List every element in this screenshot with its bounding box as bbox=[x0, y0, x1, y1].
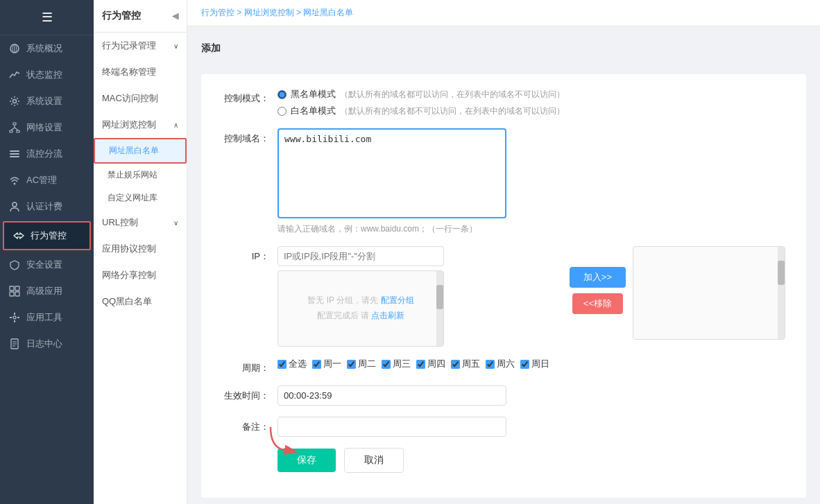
svg-rect-11 bbox=[10, 153, 19, 155]
remark-input[interactable] bbox=[277, 417, 506, 437]
sidebar-item-network-settings[interactable]: 网络设置 bbox=[0, 114, 94, 141]
sidebar-item-system-overview[interactable]: 系统概况 bbox=[0, 35, 94, 62]
second-sidebar-url-control[interactable]: URL控制 ∨ bbox=[94, 209, 187, 236]
user-icon bbox=[8, 200, 21, 213]
ip-config-link[interactable]: 配置分组 bbox=[381, 295, 414, 305]
second-sidebar: 行为管控 ◀ 行为记录管理 ∨ 终端名称管理 MAC访问控制 网址浏览控制 ∧ … bbox=[94, 0, 187, 504]
checkbox-all[interactable]: 全选 bbox=[277, 358, 307, 370]
sidebar-header[interactable]: ☰ bbox=[0, 0, 94, 35]
time-row: 生效时间： bbox=[222, 385, 785, 406]
sidebar-item-label: 系统设置 bbox=[26, 95, 62, 107]
radio-white-mode[interactable]: 白名单模式 （默认所有的域名都不可以访问，在列表中的域名可以访问） bbox=[277, 105, 785, 117]
action-row: 保存 取消 bbox=[222, 448, 785, 473]
time-input[interactable] bbox=[277, 385, 506, 406]
hamburger-icon[interactable]: ☰ bbox=[42, 10, 53, 25]
checkbox-thu-input[interactable] bbox=[416, 360, 425, 369]
btn-col: 加入>> <<移除 bbox=[570, 246, 626, 314]
white-mode-radio[interactable] bbox=[277, 107, 287, 116]
second-sidebar-qq-blacklist[interactable]: QQ黑白名单 bbox=[94, 288, 187, 315]
checkbox-mon[interactable]: 周一 bbox=[312, 358, 341, 370]
checkbox-fri-input[interactable] bbox=[451, 360, 460, 369]
shield-icon bbox=[8, 259, 21, 271]
second-sidebar-log-mgmt[interactable]: 行为记录管理 ∨ bbox=[94, 33, 187, 59]
period-control: 全选 周一 周二 周三 bbox=[277, 358, 785, 370]
checkbox-sun[interactable]: 周日 bbox=[520, 358, 549, 370]
cancel-button[interactable]: 取消 bbox=[344, 448, 404, 473]
second-sidebar-terminal-name[interactable]: 终端名称管理 bbox=[94, 59, 187, 85]
period-checkboxes: 全选 周一 周二 周三 bbox=[277, 358, 785, 370]
second-sidebar-mac-control[interactable]: MAC访问控制 bbox=[94, 85, 187, 112]
svg-rect-23 bbox=[17, 317, 19, 318]
time-control bbox=[277, 385, 785, 406]
second-sidebar-ban-entertainment[interactable]: 禁止娱乐网站 bbox=[94, 164, 187, 186]
ip-refresh-link[interactable]: 点击刷新 bbox=[371, 311, 404, 320]
breadcrumb: 行为管控 > 网址浏览控制 > 网址黑白名单 bbox=[187, 0, 820, 26]
svg-point-3 bbox=[13, 100, 17, 103]
svg-point-19 bbox=[13, 316, 16, 319]
second-sidebar-url-blacklist[interactable]: 网址黑白名单 bbox=[94, 138, 187, 164]
checkbox-all-input[interactable] bbox=[277, 360, 287, 369]
black-mode-radio[interactable] bbox=[277, 90, 287, 99]
second-sidebar-app-protocol[interactable]: 应用协议控制 bbox=[94, 236, 187, 262]
second-sidebar-custom-url[interactable]: 自定义网址库 bbox=[94, 186, 187, 209]
checkbox-sat-label: 周六 bbox=[497, 358, 515, 370]
checkbox-sun-input[interactable] bbox=[520, 360, 529, 369]
checkbox-all-label: 全选 bbox=[289, 358, 307, 370]
sidebar-item-security-settings[interactable]: 安全设置 bbox=[0, 252, 94, 278]
add-button[interactable]: 加入>> bbox=[570, 267, 626, 288]
checkbox-fri[interactable]: 周五 bbox=[451, 358, 480, 370]
ip-input[interactable] bbox=[277, 246, 444, 266]
ip-left-col: 暂无 IP 分组，请先 配置分组 配置完成后 请 点击刷新 bbox=[277, 246, 570, 347]
sidebar-item-label: 行为管控 bbox=[31, 229, 67, 242]
svg-point-14 bbox=[12, 202, 17, 207]
checkbox-wed-input[interactable] bbox=[382, 360, 391, 369]
chart-icon bbox=[8, 69, 21, 81]
second-sidebar-network-share[interactable]: 网络分享控制 bbox=[94, 262, 187, 288]
svg-rect-10 bbox=[10, 150, 19, 152]
domain-textarea[interactable]: www.bilibili.com bbox=[277, 128, 506, 218]
second-sidebar-url-browse[interactable]: 网址浏览控制 ∧ bbox=[94, 112, 187, 138]
sidebar-item-label: 日志中心 bbox=[26, 338, 62, 350]
sidebar-item-app-tools[interactable]: 应用工具 bbox=[0, 304, 94, 331]
checkbox-tue-input[interactable] bbox=[347, 360, 356, 369]
control-mode-label: 控制模式： bbox=[222, 88, 277, 105]
action-control: 保存 取消 bbox=[277, 448, 785, 473]
sidebar-item-label: 高级应用 bbox=[26, 285, 62, 297]
sidebar-item-system-settings[interactable]: 系统设置 bbox=[0, 88, 94, 114]
sidebar-item-traffic-split[interactable]: 流控分流 bbox=[0, 141, 94, 167]
radio-black-mode[interactable]: 黑名单模式 （默认所有的域名都可以访问，在列表中的域名不可以访问） bbox=[277, 88, 785, 101]
ip-right-area bbox=[633, 246, 785, 340]
sidebar-item-label: AC管理 bbox=[26, 174, 57, 186]
gear-icon bbox=[8, 95, 21, 107]
checkbox-sat-input[interactable] bbox=[486, 360, 495, 369]
remark-control bbox=[277, 417, 785, 437]
sidebar-item-label: 网络设置 bbox=[26, 121, 62, 134]
checkbox-mon-input[interactable] bbox=[312, 360, 321, 369]
sidebar-item-auth-billing[interactable]: 认证计费 bbox=[0, 193, 94, 220]
checkbox-fri-label: 周五 bbox=[462, 358, 480, 370]
remove-button[interactable]: <<移除 bbox=[572, 293, 623, 314]
sidebar-item-status-monitor[interactable]: 状态监控 bbox=[0, 62, 94, 88]
sidebar-item-label: 流控分流 bbox=[26, 148, 62, 160]
sidebar-item-advanced-apps[interactable]: 高级应用 bbox=[0, 278, 94, 304]
breadcrumb-sep1: > bbox=[237, 8, 244, 17]
chevron-down-icon2: ∨ bbox=[173, 219, 178, 227]
white-mode-hint: （默认所有的域名都不可以访问，在列表中的域名可以访问） bbox=[340, 105, 565, 117]
check-icon bbox=[8, 285, 21, 297]
collapse-icon[interactable]: ◀ bbox=[172, 11, 178, 21]
radio-group: 黑名单模式 （默认所有的域名都可以访问，在列表中的域名不可以访问） 白名单模式 … bbox=[277, 88, 785, 117]
sidebar-item-ac-management[interactable]: AC管理 bbox=[0, 167, 94, 193]
checkbox-tue[interactable]: 周二 bbox=[347, 358, 376, 370]
wifi-icon bbox=[8, 174, 21, 186]
arrow-icon bbox=[264, 424, 298, 455]
checkbox-wed[interactable]: 周三 bbox=[382, 358, 411, 370]
svg-line-9 bbox=[15, 128, 18, 130]
ip-row: IP： 暂无 IP 分组，请先 配置分组 配置完成后 请 点 bbox=[222, 246, 785, 347]
sidebar-item-log-center[interactable]: 日志中心 bbox=[0, 331, 94, 357]
checkbox-sat[interactable]: 周六 bbox=[486, 358, 515, 370]
network-icon bbox=[8, 121, 21, 134]
checkbox-thu[interactable]: 周四 bbox=[416, 358, 445, 370]
svg-rect-17 bbox=[10, 292, 14, 296]
sidebar-item-behavior-control[interactable]: 行为管控 bbox=[3, 221, 91, 250]
svg-rect-22 bbox=[10, 317, 12, 318]
